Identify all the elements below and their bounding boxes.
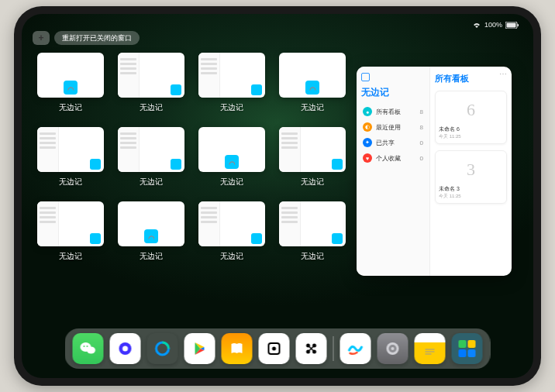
dock-app-qq-browser[interactable] bbox=[147, 333, 178, 364]
sidebar-item[interactable]: ✦已共享0 bbox=[361, 135, 425, 150]
window-preview bbox=[279, 53, 346, 98]
board-name: 未命名 6 bbox=[439, 126, 503, 133]
category-icon: ◐ bbox=[363, 122, 372, 132]
sidebar-item-label: 已共享 bbox=[376, 139, 395, 147]
window-label: 无边记 bbox=[140, 251, 163, 262]
window-label: 无边记 bbox=[59, 251, 82, 262]
window-thumbnail[interactable]: 无边记 bbox=[118, 127, 184, 187]
window-preview bbox=[198, 201, 265, 246]
window-thumbnail[interactable]: 无边记 bbox=[37, 127, 104, 187]
main-title: 所有看板 bbox=[435, 73, 507, 84]
freeform-main: 所有看板 6未命名 6今天 11:253未命名 3今天 11:25 bbox=[430, 67, 512, 276]
sidebar-item-count: 0 bbox=[420, 155, 423, 162]
sidebar-item-label: 所有看板 bbox=[376, 108, 401, 116]
sidebar-item-count: 8 bbox=[420, 124, 423, 131]
window-thumbnail[interactable]: 无边记 bbox=[198, 53, 265, 113]
window-label: 无边记 bbox=[301, 251, 324, 262]
board-name: 未命名 3 bbox=[439, 185, 503, 193]
board-card[interactable]: 6未命名 6今天 11:25 bbox=[435, 91, 507, 144]
dock-app-quark[interactable] bbox=[110, 333, 141, 364]
freeform-sidebar: 无边记 ●所有看板8◐最近使用8✦已共享0♥个人收藏0 bbox=[357, 67, 430, 276]
window-label: 无边记 bbox=[59, 102, 82, 113]
category-icon: ♥ bbox=[363, 153, 372, 163]
window-thumbnail[interactable]: 无边记 bbox=[198, 127, 265, 187]
window-thumbnail[interactable]: 无边记 bbox=[279, 127, 346, 187]
window-thumbnail[interactable]: 无边记 bbox=[279, 53, 346, 113]
board-time: 今天 11:25 bbox=[439, 193, 503, 200]
svg-point-4 bbox=[87, 347, 95, 354]
board-card[interactable]: 3未命名 3今天 11:25 bbox=[435, 150, 507, 204]
window-preview bbox=[198, 53, 265, 98]
svg-point-5 bbox=[84, 346, 85, 347]
sidebar-item[interactable]: ♥个人收藏0 bbox=[361, 150, 425, 166]
sidebar-item-count: 0 bbox=[420, 139, 423, 146]
window-thumbnail[interactable]: 无边记 bbox=[118, 201, 184, 262]
sidebar-item-label: 最近使用 bbox=[376, 123, 401, 132]
wifi-icon bbox=[472, 22, 481, 29]
window-thumbnail[interactable]: 无边记 bbox=[118, 53, 184, 113]
window-label: 无边记 bbox=[220, 102, 243, 113]
window-preview bbox=[37, 53, 104, 98]
status-bar: 100% bbox=[22, 19, 533, 31]
reopen-closed-window-button[interactable]: 重新打开已关闭的窗口 bbox=[54, 31, 140, 45]
svg-rect-2 bbox=[518, 24, 519, 26]
battery-text: 100% bbox=[484, 21, 502, 29]
dock-app-dots[interactable] bbox=[296, 333, 327, 364]
more-icon[interactable]: ⋯ bbox=[499, 70, 507, 78]
dock-app-freeform[interactable] bbox=[340, 333, 371, 364]
window-preview bbox=[279, 127, 346, 172]
window-label: 无边记 bbox=[220, 177, 243, 187]
svg-rect-25 bbox=[468, 340, 476, 348]
window-label: 无边记 bbox=[220, 251, 243, 262]
dock-app-books[interactable] bbox=[222, 333, 253, 364]
window-preview bbox=[198, 127, 265, 172]
add-window-button[interactable]: + bbox=[33, 31, 50, 45]
svg-point-8 bbox=[122, 346, 128, 352]
window-preview bbox=[279, 201, 346, 246]
category-icon: ● bbox=[363, 107, 372, 116]
window-thumbnail[interactable]: 无边记 bbox=[198, 201, 265, 262]
dock-app-wechat[interactable] bbox=[73, 333, 104, 364]
dock-app-dice[interactable] bbox=[259, 333, 290, 364]
window-preview bbox=[37, 127, 104, 172]
board-time: 今天 11:25 bbox=[439, 133, 503, 140]
svg-point-6 bbox=[87, 346, 88, 347]
window-label: 无边记 bbox=[59, 177, 82, 187]
board-thumbnail: 6 bbox=[439, 95, 503, 126]
board-thumbnail: 3 bbox=[439, 154, 503, 185]
sidebar-item-count: 8 bbox=[420, 108, 423, 115]
dock-separator bbox=[333, 336, 334, 361]
sidebar-item-label: 个人收藏 bbox=[376, 154, 401, 163]
sidebar-toggle-icon[interactable] bbox=[361, 73, 370, 81]
dock-app-settings[interactable] bbox=[377, 333, 408, 364]
window-preview bbox=[37, 201, 104, 246]
svg-rect-24 bbox=[459, 340, 467, 348]
svg-rect-27 bbox=[468, 349, 476, 357]
window-thumbnail[interactable]: 无边记 bbox=[279, 201, 346, 262]
window-preview bbox=[118, 201, 184, 246]
freeform-window[interactable]: ⋯ 无边记 ●所有看板8◐最近使用8✦已共享0♥个人收藏0 所有看板 6未命名 … bbox=[357, 67, 512, 276]
window-preview bbox=[118, 53, 184, 98]
window-label: 无边记 bbox=[301, 102, 324, 113]
screen: 100% + 重新打开已关闭的窗口 无边记无边记无边记无边记无边记无边记无边记无… bbox=[22, 14, 533, 378]
dock-app-play[interactable] bbox=[184, 333, 215, 364]
window-label: 无边记 bbox=[140, 102, 163, 113]
sidebar-item[interactable]: ◐最近使用8 bbox=[361, 119, 425, 135]
window-preview bbox=[118, 127, 184, 172]
dock-app-notes[interactable] bbox=[415, 333, 446, 364]
top-controls: + 重新打开已关闭的窗口 bbox=[33, 31, 140, 45]
sidebar-item[interactable]: ●所有看板8 bbox=[361, 104, 425, 119]
svg-rect-26 bbox=[459, 349, 467, 357]
app-switcher-grid: 无边记无边记无边记无边记无边记无边记无边记无边记无边记无边记无边记无边记 bbox=[37, 53, 346, 262]
window-label: 无边记 bbox=[140, 177, 163, 187]
window-thumbnail[interactable]: 无边记 bbox=[37, 201, 104, 262]
dock-app-group[interactable] bbox=[452, 333, 483, 364]
sidebar-title: 无边记 bbox=[361, 86, 425, 99]
svg-point-11 bbox=[272, 347, 276, 351]
ipad-frame: 100% + 重新打开已关闭的窗口 无边记无边记无边记无边记无边记无边记无边记无… bbox=[14, 6, 541, 386]
dock bbox=[65, 328, 491, 369]
category-icon: ✦ bbox=[363, 138, 372, 147]
window-label: 无边记 bbox=[301, 177, 324, 187]
window-thumbnail[interactable]: 无边记 bbox=[37, 53, 104, 113]
svg-rect-1 bbox=[507, 22, 516, 27]
